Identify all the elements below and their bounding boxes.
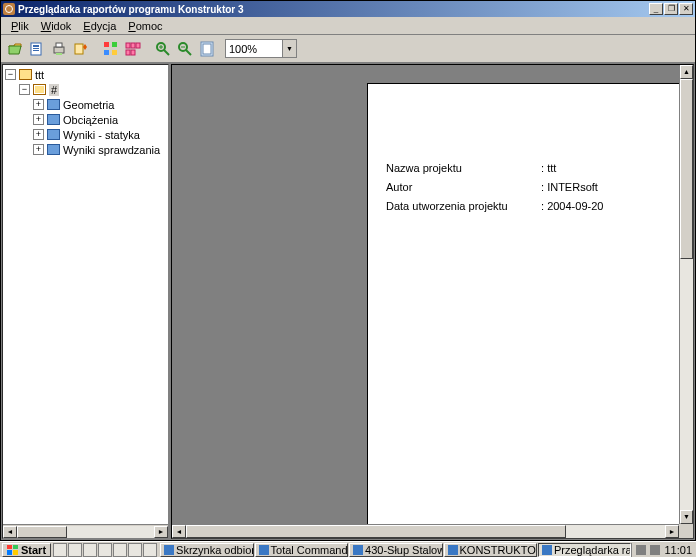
quick-launch-item[interactable] bbox=[53, 543, 67, 557]
task-button-active[interactable]: Przeglądarka raportów ... bbox=[538, 543, 631, 557]
task-button[interactable]: KONSTRUKTOR 3.5 - Li... bbox=[444, 543, 537, 557]
svg-rect-16 bbox=[131, 50, 135, 55]
zoom-out-button[interactable] bbox=[175, 39, 195, 59]
scroll-right-button[interactable]: ► bbox=[154, 526, 168, 538]
tray-icon[interactable] bbox=[636, 545, 646, 555]
fit-page-icon bbox=[199, 41, 215, 57]
viewer-v-scrollbar[interactable]: ▲ ▼ bbox=[679, 65, 693, 524]
scroll-thumb[interactable] bbox=[680, 79, 693, 259]
tree-item[interactable]: + Wyniki - statyka bbox=[5, 127, 166, 142]
tree-item-label: Obciążenia bbox=[63, 114, 118, 126]
collapse-icon[interactable]: − bbox=[19, 84, 30, 95]
tree-icon bbox=[103, 41, 119, 57]
app-icon bbox=[448, 545, 458, 555]
quick-launch-item[interactable] bbox=[83, 543, 97, 557]
report-page: Nazwa projektu: ttt Autor: INTERsoft Dat… bbox=[367, 83, 693, 538]
svg-rect-7 bbox=[75, 44, 83, 54]
report-value: INTERsoft bbox=[547, 181, 598, 193]
report-viewer: Nazwa projektu: ttt Autor: INTERsoft Dat… bbox=[171, 64, 694, 539]
svg-line-18 bbox=[164, 50, 169, 55]
svg-rect-5 bbox=[56, 43, 62, 47]
quick-launch-item[interactable] bbox=[68, 543, 82, 557]
quick-launch-item[interactable] bbox=[128, 543, 142, 557]
tree-root[interactable]: − ttt bbox=[5, 67, 166, 82]
task-label: Przeglądarka raportów ... bbox=[554, 544, 631, 556]
titlebar: Przeglądarka raportów programu Konstrukt… bbox=[1, 1, 695, 17]
report-label: Nazwa projektu bbox=[386, 162, 541, 174]
folder-icon bbox=[19, 69, 32, 80]
minimize-button[interactable]: _ bbox=[649, 3, 663, 15]
svg-line-22 bbox=[186, 50, 191, 55]
window-title: Przeglądarka raportów programu Konstrukt… bbox=[18, 4, 649, 15]
report-value: 2004-09-20 bbox=[547, 200, 603, 212]
scroll-track[interactable] bbox=[17, 526, 154, 538]
app-icon bbox=[259, 545, 269, 555]
expand-icon[interactable]: + bbox=[33, 99, 44, 110]
collapse-icon[interactable]: − bbox=[5, 69, 16, 80]
svg-rect-9 bbox=[104, 50, 109, 55]
svg-rect-15 bbox=[126, 50, 130, 55]
menu-help[interactable]: Pomoc bbox=[122, 19, 168, 33]
tree-item[interactable]: + Geometria bbox=[5, 97, 166, 112]
taskbar: Start Skrzynka odbiorcza - Mi... Total C… bbox=[0, 541, 696, 557]
tree-item-label: Wyniki sprawdzania bbox=[63, 144, 160, 156]
tree-h-scrollbar[interactable]: ◄ ► bbox=[3, 524, 168, 538]
clock: 11:01 bbox=[664, 544, 692, 556]
svg-rect-2 bbox=[33, 48, 39, 49]
quick-launch-item[interactable] bbox=[143, 543, 157, 557]
tree-item[interactable]: + Obciążenia bbox=[5, 112, 166, 127]
scroll-down-button[interactable]: ▼ bbox=[680, 510, 693, 524]
quick-launch bbox=[53, 543, 157, 557]
scroll-track[interactable] bbox=[186, 525, 665, 538]
zoom-in-button[interactable] bbox=[153, 39, 173, 59]
expand-icon[interactable]: + bbox=[33, 144, 44, 155]
zoom-combo[interactable]: ▼ bbox=[225, 39, 297, 58]
scroll-right-button[interactable]: ► bbox=[665, 525, 679, 538]
print-button[interactable] bbox=[49, 39, 69, 59]
export-button[interactable] bbox=[71, 39, 91, 59]
quick-launch-item[interactable] bbox=[113, 543, 127, 557]
scroll-thumb[interactable] bbox=[17, 526, 67, 538]
app-icon bbox=[164, 545, 174, 555]
thumbnails-icon bbox=[125, 41, 141, 57]
tray-icon[interactable] bbox=[650, 545, 660, 555]
task-button[interactable]: 430-Słup Stalowy.doc -... bbox=[349, 543, 442, 557]
close-button[interactable]: ✕ bbox=[679, 3, 693, 15]
fit-page-button[interactable] bbox=[197, 39, 217, 59]
svg-rect-3 bbox=[33, 50, 39, 51]
menu-view[interactable]: Widok bbox=[35, 19, 78, 33]
task-button[interactable]: Skrzynka odbiorcza - Mi... bbox=[160, 543, 253, 557]
system-tray: 11:01 bbox=[631, 543, 696, 557]
print-preview-button[interactable] bbox=[27, 39, 47, 59]
scroll-up-button[interactable]: ▲ bbox=[680, 65, 693, 79]
scroll-track[interactable] bbox=[680, 79, 693, 510]
svg-rect-8 bbox=[104, 42, 109, 47]
expand-icon[interactable]: + bbox=[33, 114, 44, 125]
menu-edit[interactable]: Edycja bbox=[77, 19, 122, 33]
thumbnails-button[interactable] bbox=[123, 39, 143, 59]
scroll-thumb[interactable] bbox=[186, 525, 566, 538]
svg-rect-6 bbox=[56, 53, 62, 55]
task-button[interactable]: Total Commander 6.01 ... bbox=[255, 543, 348, 557]
maximize-button[interactable]: ❐ bbox=[664, 3, 678, 15]
app-icon bbox=[353, 545, 363, 555]
zoom-input[interactable] bbox=[226, 41, 282, 56]
toolbar: ▼ bbox=[1, 35, 695, 63]
scroll-left-button[interactable]: ◄ bbox=[172, 525, 186, 538]
quick-launch-item[interactable] bbox=[98, 543, 112, 557]
expand-icon[interactable]: + bbox=[33, 129, 44, 140]
tree-selected[interactable]: − # bbox=[5, 82, 166, 97]
menu-file[interactable]: Plik bbox=[5, 19, 35, 33]
zoom-out-icon bbox=[177, 41, 193, 57]
tree-selected-label: # bbox=[49, 84, 59, 96]
tree-item[interactable]: + Wyniki sprawdzania bbox=[5, 142, 166, 157]
scroll-left-button[interactable]: ◄ bbox=[3, 526, 17, 538]
app-icon bbox=[542, 545, 552, 555]
start-button[interactable]: Start bbox=[2, 543, 51, 557]
open-button[interactable] bbox=[5, 39, 25, 59]
tree-pane: − ttt − # + Geometria + Obciążen bbox=[2, 64, 169, 539]
svg-rect-11 bbox=[112, 50, 117, 55]
zoom-dropdown-button[interactable]: ▼ bbox=[282, 40, 296, 57]
tree-toggle-button[interactable] bbox=[101, 39, 121, 59]
viewer-h-scrollbar[interactable]: ◄ ► bbox=[172, 524, 679, 538]
